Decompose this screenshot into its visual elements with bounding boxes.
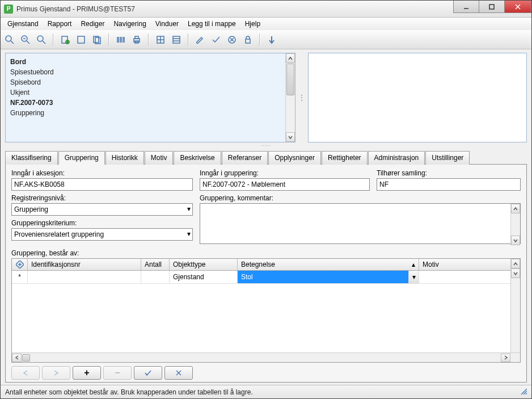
samling-field[interactable] [377, 178, 521, 191]
window-title: Primus Gjenstand - PRIMUS@TEST57 [16, 5, 135, 13]
cell-ident[interactable] [28, 271, 141, 283]
tab-opplysninger[interactable]: Opplysninger [268, 151, 321, 165]
grid-header-objekttype[interactable]: Objekttype [170, 259, 238, 270]
svg-line-10 [43, 41, 45, 44]
grid-header-antall[interactable]: Antall [141, 259, 170, 270]
titlebar[interactable]: P Primus Gjenstand - PRIMUS@TEST57 [1, 1, 531, 18]
list-item[interactable]: Gruppering [10, 108, 290, 118]
svg-line-5 [11, 41, 14, 44]
check-icon[interactable] [209, 33, 223, 47]
aksesjon-field[interactable] [11, 178, 193, 191]
edit-icon[interactable] [193, 33, 207, 47]
list-item[interactable]: Spisebord [10, 77, 290, 87]
label-aksesjon: Inngår i aksesjon: [11, 169, 193, 177]
grid2-icon[interactable] [170, 33, 183, 47]
menu-rapport[interactable]: Rapport [44, 19, 75, 29]
new-record-icon[interactable] [58, 33, 72, 47]
menu-navigering[interactable]: Navigering [110, 19, 149, 29]
cell-antall[interactable] [141, 271, 170, 283]
zoom-in-icon[interactable] [3, 33, 16, 47]
cell-betegnelse[interactable]: Stol [238, 271, 409, 283]
summary-list-panel[interactable]: Bord Spisestuebord Spisebord Ukjent NF.2… [5, 53, 295, 142]
scrollbar[interactable] [285, 53, 295, 142]
menu-hjelp[interactable]: Hjelp [242, 19, 264, 29]
tab-gruppering[interactable]: Gruppering [58, 151, 105, 165]
maximize-button[interactable] [479, 1, 505, 13]
svg-rect-1 [489, 5, 494, 9]
tab-utstillinger[interactable]: Utstillinger [425, 151, 470, 165]
grid-header-ident[interactable]: Identifikasjonsnr [28, 259, 141, 270]
svg-line-7 [27, 41, 29, 44]
menu-vinduer[interactable]: Vinduer [152, 19, 182, 29]
barcode-icon[interactable] [114, 33, 128, 47]
lock-icon[interactable] [241, 33, 255, 47]
svg-point-4 [6, 36, 11, 41]
tab-strip: Klassifisering Gruppering Historikk Moti… [5, 150, 527, 165]
resize-grip-icon[interactable] [520, 388, 527, 396]
kriterium-select[interactable] [11, 228, 193, 241]
grid-scrollbar-v[interactable] [510, 259, 520, 352]
grid1-icon[interactable] [154, 33, 167, 47]
open-record-icon[interactable] [74, 33, 88, 47]
scroll-up-icon[interactable] [286, 53, 295, 63]
grid-header-motiv[interactable]: Motiv [419, 259, 520, 270]
close-button[interactable] [504, 1, 531, 13]
scroll-right-icon[interactable] [501, 354, 510, 362]
minimize-button[interactable] [453, 1, 479, 13]
registreringsniva-select[interactable] [11, 203, 193, 216]
splitter-handle[interactable]: ⋮ [300, 53, 303, 142]
scroll-up-icon[interactable] [511, 259, 520, 268]
nav-prev-button[interactable] [42, 366, 70, 380]
list-item[interactable]: Bord [10, 57, 290, 67]
menu-rediger[interactable]: Rediger [77, 19, 108, 29]
nav-cancel-button[interactable] [164, 366, 193, 380]
sort-asc-icon: ▴ [412, 261, 415, 268]
label-gruppering: Inngår i gruppering: [200, 169, 370, 177]
tab-historikk[interactable]: Historikk [105, 151, 144, 165]
gruppering-field[interactable] [200, 178, 370, 191]
kommentar-textarea[interactable] [200, 203, 521, 244]
grid-scrollbar-h[interactable] [12, 352, 520, 362]
cancel-icon[interactable] [225, 33, 239, 47]
cell-dropdown-button[interactable]: ▾ [409, 271, 419, 283]
scrollbar[interactable] [510, 204, 520, 245]
cell-objekttype[interactable]: Gjenstand [170, 271, 238, 283]
splitter-horizontal[interactable]: ····· [5, 142, 527, 148]
list-item[interactable]: NF.2007-0073 [10, 98, 290, 108]
tab-administrasjon[interactable]: Administrasjon [368, 151, 425, 165]
copy-record-icon[interactable] [90, 33, 104, 47]
cell-motiv[interactable] [419, 271, 520, 283]
window-controls [454, 1, 531, 13]
scroll-down-icon[interactable] [511, 236, 520, 245]
row-indicator: * [12, 271, 28, 283]
grid-header-betegnelse[interactable]: Betegnelse▴ [238, 259, 419, 270]
menu-bar: Gjenstand Rapport Rediger Navigering Vin… [1, 18, 531, 30]
nav-confirm-button[interactable] [134, 366, 162, 380]
scroll-left-icon[interactable] [12, 354, 22, 362]
image-panel[interactable] [308, 53, 527, 142]
scroll-down-icon[interactable] [511, 268, 520, 278]
label-samling: Tilhører samling: [377, 169, 521, 177]
search-icon[interactable] [35, 33, 48, 47]
print-icon[interactable] [130, 33, 143, 47]
tab-motiv[interactable]: Motiv [145, 151, 174, 165]
list-item[interactable]: Ukjent [10, 87, 290, 98]
label-registreringsniva: Registreringsnivå: [11, 194, 193, 202]
down-arrow-green-icon[interactable] [265, 33, 278, 47]
tab-rettigheter[interactable]: Rettigheter [322, 151, 368, 165]
nav-first-button[interactable] [11, 366, 40, 380]
menu-gjenstand[interactable]: Gjenstand [4, 19, 42, 29]
nav-delete-button[interactable]: − [103, 366, 132, 380]
tab-beskrivelse[interactable]: Beskrivelse [174, 151, 221, 165]
grid-row-indicator-header[interactable] [12, 259, 28, 270]
table-row[interactable]: * Gjenstand Stol ▾ [12, 271, 520, 284]
tab-klassifisering[interactable]: Klassifisering [5, 151, 58, 165]
scroll-down-icon[interactable] [286, 132, 295, 142]
scroll-up-icon[interactable] [511, 204, 520, 213]
grid-consists-of[interactable]: Identifikasjonsnr Antall Objekttype Bete… [11, 258, 521, 363]
nav-add-button[interactable]: + [73, 366, 101, 380]
zoom-out-icon[interactable] [19, 33, 32, 47]
tab-referanser[interactable]: Referanser [222, 151, 268, 165]
menu-legg-til-i-mappe[interactable]: Legg til i mappe [184, 19, 239, 29]
list-item[interactable]: Spisestuebord [10, 67, 290, 77]
